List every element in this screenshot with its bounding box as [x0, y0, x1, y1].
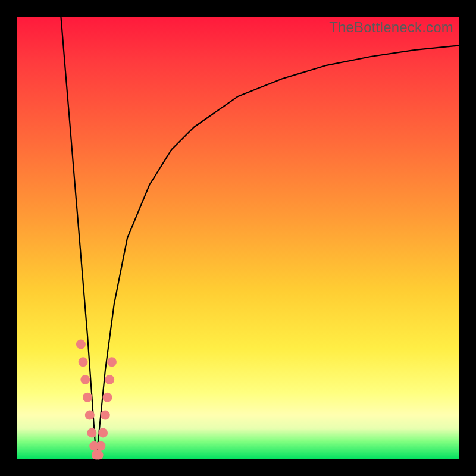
highlight-dot [83, 393, 92, 402]
highlight-dot [101, 411, 110, 420]
highlight-dot [105, 375, 114, 384]
highlight-dot [103, 393, 112, 402]
highlight-dot [94, 450, 104, 460]
highlight-dot [107, 357, 117, 367]
highlight-dot [96, 441, 105, 451]
highlight-dots-group [76, 340, 117, 460]
highlight-dot [85, 411, 95, 420]
curves-svg [17, 17, 459, 459]
highlight-dot [79, 357, 88, 367]
right-branch-curve [96, 45, 459, 459]
plot-area: TheBottleneck.com [17, 17, 459, 459]
highlight-dot [76, 340, 86, 349]
left-branch-curve [61, 17, 96, 459]
highlight-dot [98, 428, 108, 437]
highlight-dot [80, 375, 90, 384]
chart-frame: TheBottleneck.com [0, 0, 476, 476]
highlight-dot [87, 428, 97, 437]
